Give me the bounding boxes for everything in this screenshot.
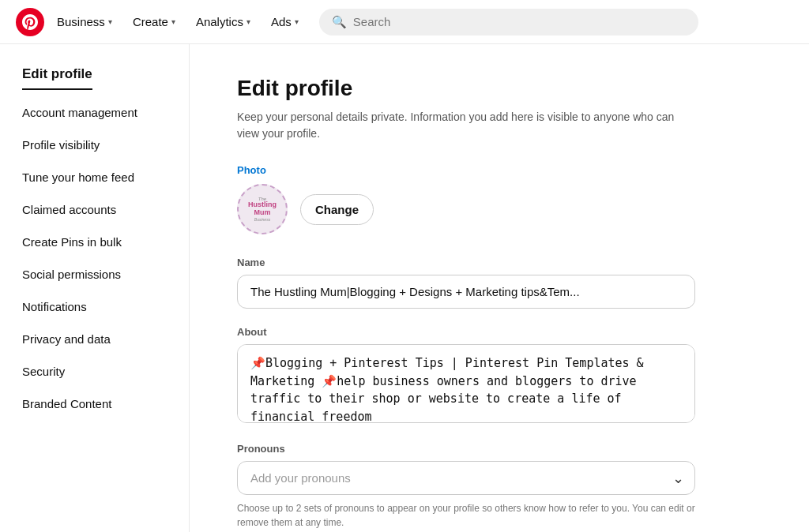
name-label: Name	[237, 257, 695, 268]
page-subtitle: Keep your personal details private. Info…	[237, 109, 695, 142]
nav-analytics[interactable]: Analytics ▾	[188, 10, 258, 33]
nav-ads[interactable]: Ads ▾	[263, 10, 307, 33]
main-content: Edit profile Keep your personal details …	[190, 44, 743, 532]
search-input[interactable]	[353, 15, 686, 28]
sidebar-item-notifications[interactable]: Notifications	[22, 290, 189, 323]
sidebar-item-claimed-accounts[interactable]: Claimed accounts	[22, 193, 189, 226]
name-input[interactable]	[237, 275, 695, 309]
photo-row: The HustlingMum Business Change	[237, 184, 695, 234]
sidebar-item-security[interactable]: Security	[22, 355, 189, 388]
avatar-text-main: HustlingMum	[248, 201, 277, 217]
pronouns-section: Pronouns Add your pronouns ⌄ Choose up t…	[237, 443, 695, 530]
sidebar-item-account-management[interactable]: Account management	[22, 96, 189, 129]
nav-business[interactable]: Business ▾	[49, 10, 120, 33]
avatar: The HustlingMum Business	[237, 184, 288, 234]
sidebar: Edit profile Account management Profile …	[0, 44, 190, 532]
sidebar-item-tune-home-feed[interactable]: Tune your home feed	[22, 161, 189, 193]
pronouns-hint: Choose up to 2 sets of pronouns to appea…	[237, 501, 695, 530]
page-layout: Edit profile Account management Profile …	[0, 44, 809, 532]
chevron-down-icon: ▾	[295, 17, 299, 26]
sidebar-item-privacy-data[interactable]: Privacy and data	[22, 323, 189, 355]
nav-create[interactable]: Create ▾	[125, 10, 183, 33]
sidebar-item-profile-visibility[interactable]: Profile visibility	[22, 129, 189, 161]
chevron-down-icon: ▾	[171, 17, 175, 26]
pinterest-logo-button[interactable]	[16, 8, 44, 36]
name-section: Name	[237, 257, 695, 309]
top-navigation: Business ▾ Create ▾ Analytics ▾ Ads ▾ 🔍	[0, 0, 809, 44]
chevron-down-icon: ▾	[246, 17, 250, 26]
about-textarea[interactable]: 📌Blogging + Pinterest Tips | Pinterest P…	[237, 344, 695, 423]
page-title: Edit profile	[237, 76, 695, 101]
sidebar-title: Edit profile	[22, 66, 92, 90]
pronouns-select[interactable]: Add your pronouns	[237, 461, 695, 495]
chevron-down-icon: ▾	[108, 17, 112, 26]
about-section: About 📌Blogging + Pinterest Tips | Pinte…	[237, 326, 695, 425]
pronouns-label: Pronouns	[237, 443, 695, 455]
about-label: About	[237, 326, 695, 338]
avatar-text-sub: Business	[254, 217, 270, 222]
search-bar: 🔍	[319, 9, 698, 36]
pronouns-select-wrap: Add your pronouns ⌄	[237, 461, 695, 495]
sidebar-item-create-pins-bulk[interactable]: Create Pins in bulk	[22, 226, 189, 258]
search-icon: 🔍	[332, 15, 347, 29]
sidebar-item-branded-content[interactable]: Branded Content	[22, 388, 189, 420]
sidebar-item-social-permissions[interactable]: Social permissions	[22, 258, 189, 290]
photo-section: Photo The HustlingMum Business Change	[237, 164, 695, 234]
change-photo-button[interactable]: Change	[300, 194, 374, 225]
photo-label: Photo	[237, 164, 695, 176]
